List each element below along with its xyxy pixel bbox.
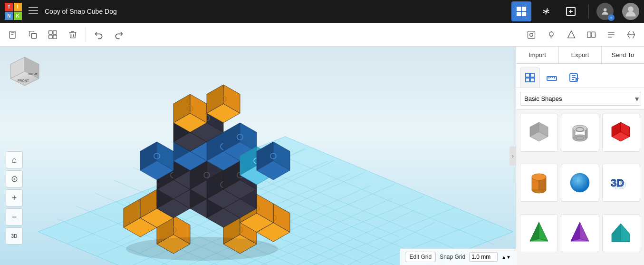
snap-cube-model [67, 75, 399, 265]
document-title: Copy of Snap Cube Dog [45, 8, 117, 15]
edit-grid-button[interactable]: Edit Grid [405, 252, 436, 262]
logo-t: T [5, 3, 13, 11]
svg-point-17 [530, 33, 533, 36]
shape-item-roof-teal[interactable] [602, 214, 640, 252]
svg-point-199 [532, 174, 546, 180]
add-badge: + [608, 14, 615, 21]
svg-rect-6 [522, 12, 526, 16]
group-button[interactable] [44, 26, 62, 44]
svg-rect-176 [530, 78, 534, 82]
svg-rect-175 [526, 78, 529, 82]
shape-item-pyramid-purple[interactable] [561, 214, 599, 252]
shape-item-box[interactable] [520, 114, 558, 152]
svg-point-9 [628, 7, 634, 12]
add-user-button[interactable]: + [596, 3, 614, 20]
shape-button[interactable] [562, 26, 580, 44]
svg-marker-213 [621, 224, 630, 242]
snap-grid-label: Snap Grid [440, 254, 465, 260]
redo-button[interactable] [110, 26, 128, 44]
export-button[interactable] [561, 1, 581, 21]
logo-k: K [14, 12, 22, 20]
shape-item-cylinder-hollow[interactable] [561, 114, 599, 152]
svg-point-8 [604, 8, 607, 11]
top-bar: T I N K Copy of Snap Cube Dog + [0, 0, 644, 23]
navigation-controls: ⌂ ⊙ + − 3D [6, 151, 23, 245]
new-button[interactable] [4, 26, 22, 44]
right-panel: Import Export Send To [516, 47, 644, 265]
svg-rect-5 [517, 12, 521, 16]
svg-point-200 [570, 173, 589, 192]
viewport-footer: Edit Grid Snap Grid ▲▼ [400, 248, 516, 265]
logo-i: I [14, 3, 22, 11]
svg-rect-174 [530, 73, 534, 77]
shape-item-cylinder[interactable] [520, 164, 558, 202]
tab-grid[interactable] [520, 68, 540, 88]
svg-rect-2 [29, 13, 38, 14]
svg-rect-16 [528, 31, 535, 38]
export-button[interactable]: Export [559, 47, 602, 63]
shape-item-box-red[interactable] [602, 114, 640, 152]
flip-button[interactable] [622, 26, 640, 44]
panel-actions: Import Export Send To [516, 47, 644, 64]
svg-marker-212 [612, 224, 621, 242]
tab-notes[interactable] [564, 68, 584, 88]
svg-rect-1 [29, 10, 38, 11]
shape-item-text3d[interactable]: 3D 3D [602, 164, 640, 202]
view-cube[interactable]: FRONT RIGHT [6, 52, 44, 90]
svg-text:RIGHT: RIGHT [29, 73, 38, 76]
svg-rect-10 [10, 31, 15, 38]
svg-rect-20 [592, 32, 596, 38]
main-area: FRONT RIGHT ⌂ ⊙ + − 3D Edit Grid Snap Gr… [0, 47, 644, 265]
undo-button[interactable] [90, 26, 108, 44]
shape-item-sphere[interactable] [561, 164, 599, 202]
menu-icon[interactable] [29, 6, 38, 18]
svg-text:3D: 3D [613, 179, 626, 191]
snap-value-input[interactable] [469, 252, 498, 262]
svg-rect-11 [32, 33, 37, 38]
toolbar-right [522, 26, 640, 44]
align-button[interactable] [602, 26, 620, 44]
viewport[interactable]: FRONT RIGHT ⌂ ⊙ + − 3D Edit Grid Snap Gr… [0, 47, 516, 265]
svg-point-18 [549, 32, 553, 36]
svg-rect-0 [29, 7, 38, 8]
svg-rect-3 [517, 7, 521, 11]
svg-rect-173 [526, 73, 529, 77]
svg-rect-12 [49, 30, 53, 34]
toolbar [0, 23, 644, 47]
build-button[interactable] [536, 1, 556, 21]
panel-tabs [516, 64, 644, 88]
svg-rect-15 [53, 35, 57, 39]
svg-marker-206 [530, 222, 539, 241]
svg-rect-13 [53, 30, 57, 34]
topbar-divider [588, 4, 589, 19]
import-button[interactable]: Import [516, 47, 559, 63]
svg-marker-209 [571, 222, 580, 241]
zoom-in-button[interactable]: + [6, 189, 23, 206]
send-to-button[interactable]: Send To [602, 47, 644, 63]
shape-category-select[interactable]: Basic Shapes Text & Numbers Connectors S… [520, 92, 641, 106]
svg-text:FRONT: FRONT [18, 79, 29, 82]
copy-button[interactable] [24, 26, 42, 44]
svg-rect-19 [587, 32, 591, 38]
snap-arrows[interactable]: ▲▼ [501, 255, 511, 260]
svg-point-190 [573, 125, 587, 132]
logo-n: N [5, 12, 13, 20]
delete-button[interactable] [64, 26, 82, 44]
tab-ruler[interactable] [542, 68, 562, 88]
shape-item-pyramid-green[interactable] [520, 214, 558, 252]
3d-view-button[interactable]: 3D [6, 227, 23, 245]
fit-view-button[interactable]: ⊙ [6, 170, 23, 187]
light-bulb-button[interactable] [542, 26, 560, 44]
svg-point-167 [126, 237, 278, 261]
mirror-button[interactable] [582, 26, 600, 44]
grid-view-button[interactable] [511, 1, 531, 21]
logo[interactable]: T I N K [5, 3, 22, 20]
shapes-grid: 3D 3D [516, 110, 644, 265]
shape-selector: Basic Shapes Text & Numbers Connectors S… [516, 88, 644, 110]
home-view-button[interactable]: ⌂ [6, 151, 23, 168]
note-button[interactable] [522, 26, 540, 44]
user-avatar[interactable] [622, 3, 639, 20]
svg-rect-14 [49, 35, 53, 39]
zoom-out-button[interactable]: − [6, 208, 23, 226]
collapse-panel-button[interactable]: › [509, 147, 516, 166]
